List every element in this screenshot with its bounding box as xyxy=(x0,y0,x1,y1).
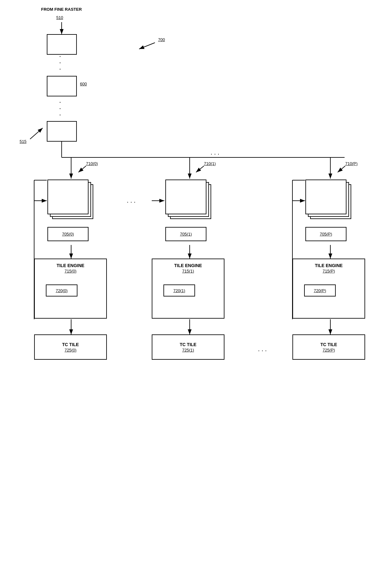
box-705-p: 705(P) xyxy=(305,227,346,241)
ref-510-label: 510 xyxy=(56,15,63,20)
tile-engine-label-p: TILE ENGINE xyxy=(293,263,364,268)
ref-515-label: 515 xyxy=(20,139,27,144)
tc-tile-label-p: TC TILE xyxy=(321,342,337,347)
ref-725-0-label: 725(0) xyxy=(64,348,77,352)
svg-text:·: · xyxy=(59,98,61,106)
stacked-boxes-1 xyxy=(165,180,213,221)
svg-text:·: · xyxy=(59,58,61,66)
stacked-boxes-p xyxy=(305,180,353,221)
box-515 xyxy=(47,121,77,142)
svg-line-31 xyxy=(30,128,43,139)
ref-710-p-label: 710(P) xyxy=(345,161,358,166)
svg-text:·: · xyxy=(59,111,61,119)
svg-text:· · ·: · · · xyxy=(127,198,136,205)
ref-720-0-label: 720(0) xyxy=(56,288,68,293)
ref-715-p-label: 715(P) xyxy=(293,269,364,273)
ref-705-p-label: 705(P) xyxy=(318,230,334,238)
tc-tile-0: TC TILE 725(0) xyxy=(34,334,107,360)
svg-line-34 xyxy=(338,166,345,172)
box-720-p: 720(P) xyxy=(304,284,336,296)
diagram-container: · · · · · · · · · xyxy=(0,0,392,562)
from-fine-raster-label: FROM FINE RASTER xyxy=(41,7,82,12)
svg-line-33 xyxy=(196,166,204,172)
ref-715-1-label: 715(1) xyxy=(152,269,224,273)
tc-tile-1: TC TILE 725(1) xyxy=(152,334,224,360)
box-720-1: 720(1) xyxy=(163,284,195,296)
ref-720-p-label: 720(P) xyxy=(314,288,326,293)
tile-engine-0: TILE ENGINE 715(0) 720(0) xyxy=(34,259,107,319)
ref-705-1-label: 705(1) xyxy=(178,230,193,238)
box-705-0: 705(0) xyxy=(47,227,89,241)
ref-700-label: 700 xyxy=(158,37,165,42)
svg-text:·: · xyxy=(59,65,61,73)
tc-tile-p: TC TILE 725(P) xyxy=(292,334,365,360)
svg-text:· · ·: · · · xyxy=(258,347,267,354)
ref-705-0-label: 705(0) xyxy=(60,230,76,238)
tile-engine-label-1: TILE ENGINE xyxy=(152,263,224,268)
ref-715-0-label: 715(0) xyxy=(35,269,106,273)
ref-710-0-label: 710(0) xyxy=(86,161,98,166)
tile-engine-1: TILE ENGINE 715(1) 720(1) xyxy=(152,259,224,319)
svg-text:· · ·: · · · xyxy=(211,150,219,157)
ref-725-1-label: 725(1) xyxy=(182,348,194,352)
svg-line-32 xyxy=(78,166,86,172)
svg-text:·: · xyxy=(59,104,61,112)
box-600 xyxy=(47,76,77,96)
box-705-1: 705(1) xyxy=(165,227,206,241)
ref-600-label: 600 xyxy=(80,82,87,86)
svg-line-30 xyxy=(139,43,155,49)
stacked-boxes-0 xyxy=(47,180,95,221)
tile-engine-label-0: TILE ENGINE xyxy=(35,263,106,268)
tc-tile-label-1: TC TILE xyxy=(180,342,197,347)
ref-720-1-label: 720(1) xyxy=(173,288,185,293)
top-box-1 xyxy=(47,34,77,55)
box-720-0: 720(0) xyxy=(46,284,77,296)
ref-725-p-label: 725(P) xyxy=(322,348,335,352)
tile-engine-p: TILE ENGINE 715(P) 720(P) xyxy=(292,259,365,319)
tc-tile-label-0: TC TILE xyxy=(62,342,79,347)
ref-710-1-label: 710(1) xyxy=(204,161,216,166)
